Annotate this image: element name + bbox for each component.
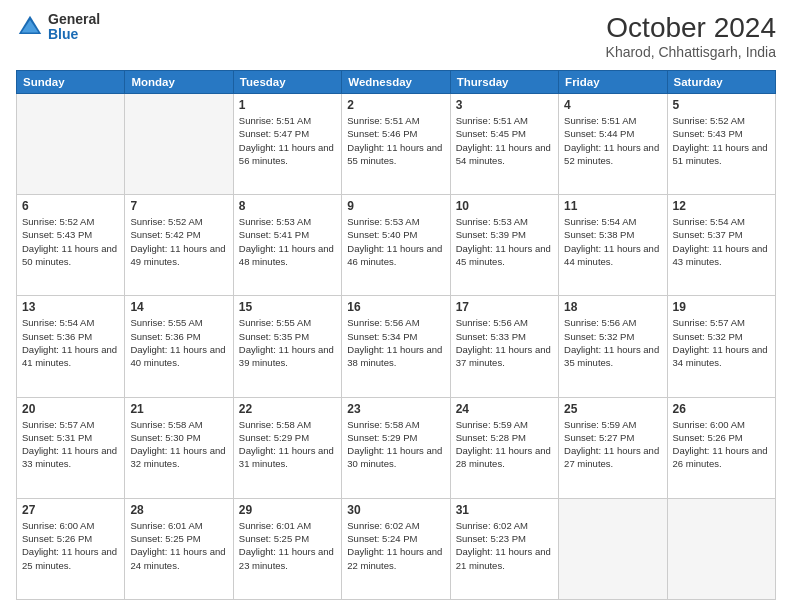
calendar-cell: 31Sunrise: 6:02 AM Sunset: 5:23 PM Dayli… [450,498,558,599]
day-number: 19 [673,300,770,314]
day-info: Sunrise: 6:00 AM Sunset: 5:26 PM Dayligh… [673,418,770,471]
logo-blue: Blue [48,27,100,42]
day-info: Sunrise: 5:58 AM Sunset: 5:29 PM Dayligh… [239,418,336,471]
day-number: 8 [239,199,336,213]
day-number: 13 [22,300,119,314]
day-info: Sunrise: 5:56 AM Sunset: 5:33 PM Dayligh… [456,316,553,369]
calendar-cell: 25Sunrise: 5:59 AM Sunset: 5:27 PM Dayli… [559,397,667,498]
calendar-cell: 6Sunrise: 5:52 AM Sunset: 5:43 PM Daylig… [17,195,125,296]
calendar-header-friday: Friday [559,71,667,94]
calendar-week-3: 20Sunrise: 5:57 AM Sunset: 5:31 PM Dayli… [17,397,776,498]
day-info: Sunrise: 5:57 AM Sunset: 5:32 PM Dayligh… [673,316,770,369]
page: General Blue October 2024 Kharod, Chhatt… [0,0,792,612]
calendar-header-row: SundayMondayTuesdayWednesdayThursdayFrid… [17,71,776,94]
day-number: 17 [456,300,553,314]
calendar-week-4: 27Sunrise: 6:00 AM Sunset: 5:26 PM Dayli… [17,498,776,599]
calendar-cell: 17Sunrise: 5:56 AM Sunset: 5:33 PM Dayli… [450,296,558,397]
calendar-cell: 27Sunrise: 6:00 AM Sunset: 5:26 PM Dayli… [17,498,125,599]
day-number: 6 [22,199,119,213]
day-info: Sunrise: 5:51 AM Sunset: 5:44 PM Dayligh… [564,114,661,167]
day-info: Sunrise: 5:52 AM Sunset: 5:42 PM Dayligh… [130,215,227,268]
day-number: 9 [347,199,444,213]
day-number: 22 [239,402,336,416]
calendar-cell [125,94,233,195]
day-info: Sunrise: 6:01 AM Sunset: 5:25 PM Dayligh… [130,519,227,572]
day-number: 12 [673,199,770,213]
calendar-cell: 30Sunrise: 6:02 AM Sunset: 5:24 PM Dayli… [342,498,450,599]
day-number: 11 [564,199,661,213]
day-info: Sunrise: 5:55 AM Sunset: 5:36 PM Dayligh… [130,316,227,369]
day-number: 27 [22,503,119,517]
day-info: Sunrise: 5:51 AM Sunset: 5:47 PM Dayligh… [239,114,336,167]
calendar-header-wednesday: Wednesday [342,71,450,94]
calendar-week-0: 1Sunrise: 5:51 AM Sunset: 5:47 PM Daylig… [17,94,776,195]
day-info: Sunrise: 5:53 AM Sunset: 5:41 PM Dayligh… [239,215,336,268]
day-info: Sunrise: 5:52 AM Sunset: 5:43 PM Dayligh… [673,114,770,167]
day-number: 4 [564,98,661,112]
day-info: Sunrise: 5:55 AM Sunset: 5:35 PM Dayligh… [239,316,336,369]
day-info: Sunrise: 5:54 AM Sunset: 5:36 PM Dayligh… [22,316,119,369]
logo-general: General [48,12,100,27]
title-section: October 2024 Kharod, Chhattisgarh, India [606,12,776,60]
calendar-cell [17,94,125,195]
calendar-cell: 3Sunrise: 5:51 AM Sunset: 5:45 PM Daylig… [450,94,558,195]
calendar-cell: 24Sunrise: 5:59 AM Sunset: 5:28 PM Dayli… [450,397,558,498]
calendar-cell: 13Sunrise: 5:54 AM Sunset: 5:36 PM Dayli… [17,296,125,397]
calendar-header-tuesday: Tuesday [233,71,341,94]
day-number: 31 [456,503,553,517]
day-info: Sunrise: 5:51 AM Sunset: 5:46 PM Dayligh… [347,114,444,167]
day-number: 26 [673,402,770,416]
day-info: Sunrise: 6:02 AM Sunset: 5:24 PM Dayligh… [347,519,444,572]
calendar-cell: 29Sunrise: 6:01 AM Sunset: 5:25 PM Dayli… [233,498,341,599]
location: Kharod, Chhattisgarh, India [606,44,776,60]
calendar-cell: 7Sunrise: 5:52 AM Sunset: 5:42 PM Daylig… [125,195,233,296]
month-title: October 2024 [606,12,776,44]
calendar-cell: 21Sunrise: 5:58 AM Sunset: 5:30 PM Dayli… [125,397,233,498]
day-number: 24 [456,402,553,416]
calendar-cell: 10Sunrise: 5:53 AM Sunset: 5:39 PM Dayli… [450,195,558,296]
day-info: Sunrise: 6:01 AM Sunset: 5:25 PM Dayligh… [239,519,336,572]
day-info: Sunrise: 5:58 AM Sunset: 5:30 PM Dayligh… [130,418,227,471]
calendar-cell: 14Sunrise: 5:55 AM Sunset: 5:36 PM Dayli… [125,296,233,397]
day-info: Sunrise: 5:53 AM Sunset: 5:39 PM Dayligh… [456,215,553,268]
calendar-cell: 11Sunrise: 5:54 AM Sunset: 5:38 PM Dayli… [559,195,667,296]
day-number: 20 [22,402,119,416]
calendar-cell [559,498,667,599]
day-number: 14 [130,300,227,314]
day-number: 25 [564,402,661,416]
calendar-cell: 1Sunrise: 5:51 AM Sunset: 5:47 PM Daylig… [233,94,341,195]
calendar-week-1: 6Sunrise: 5:52 AM Sunset: 5:43 PM Daylig… [17,195,776,296]
calendar-cell: 4Sunrise: 5:51 AM Sunset: 5:44 PM Daylig… [559,94,667,195]
day-number: 21 [130,402,227,416]
day-info: Sunrise: 5:54 AM Sunset: 5:37 PM Dayligh… [673,215,770,268]
day-info: Sunrise: 6:00 AM Sunset: 5:26 PM Dayligh… [22,519,119,572]
day-number: 3 [456,98,553,112]
calendar-cell: 28Sunrise: 6:01 AM Sunset: 5:25 PM Dayli… [125,498,233,599]
calendar-cell: 19Sunrise: 5:57 AM Sunset: 5:32 PM Dayli… [667,296,775,397]
day-number: 28 [130,503,227,517]
calendar-cell: 23Sunrise: 5:58 AM Sunset: 5:29 PM Dayli… [342,397,450,498]
calendar-cell: 26Sunrise: 6:00 AM Sunset: 5:26 PM Dayli… [667,397,775,498]
calendar-cell: 8Sunrise: 5:53 AM Sunset: 5:41 PM Daylig… [233,195,341,296]
header: General Blue October 2024 Kharod, Chhatt… [16,12,776,60]
day-info: Sunrise: 5:56 AM Sunset: 5:34 PM Dayligh… [347,316,444,369]
day-number: 10 [456,199,553,213]
day-info: Sunrise: 5:59 AM Sunset: 5:28 PM Dayligh… [456,418,553,471]
calendar-cell: 20Sunrise: 5:57 AM Sunset: 5:31 PM Dayli… [17,397,125,498]
logo-icon [16,13,44,41]
day-info: Sunrise: 5:51 AM Sunset: 5:45 PM Dayligh… [456,114,553,167]
logo: General Blue [16,12,100,43]
calendar-cell: 22Sunrise: 5:58 AM Sunset: 5:29 PM Dayli… [233,397,341,498]
day-info: Sunrise: 5:52 AM Sunset: 5:43 PM Dayligh… [22,215,119,268]
calendar-cell [667,498,775,599]
day-number: 15 [239,300,336,314]
calendar-table: SundayMondayTuesdayWednesdayThursdayFrid… [16,70,776,600]
day-info: Sunrise: 5:56 AM Sunset: 5:32 PM Dayligh… [564,316,661,369]
day-number: 16 [347,300,444,314]
day-number: 5 [673,98,770,112]
day-info: Sunrise: 5:58 AM Sunset: 5:29 PM Dayligh… [347,418,444,471]
calendar-header-monday: Monday [125,71,233,94]
day-number: 18 [564,300,661,314]
day-info: Sunrise: 6:02 AM Sunset: 5:23 PM Dayligh… [456,519,553,572]
logo-text: General Blue [48,12,100,43]
